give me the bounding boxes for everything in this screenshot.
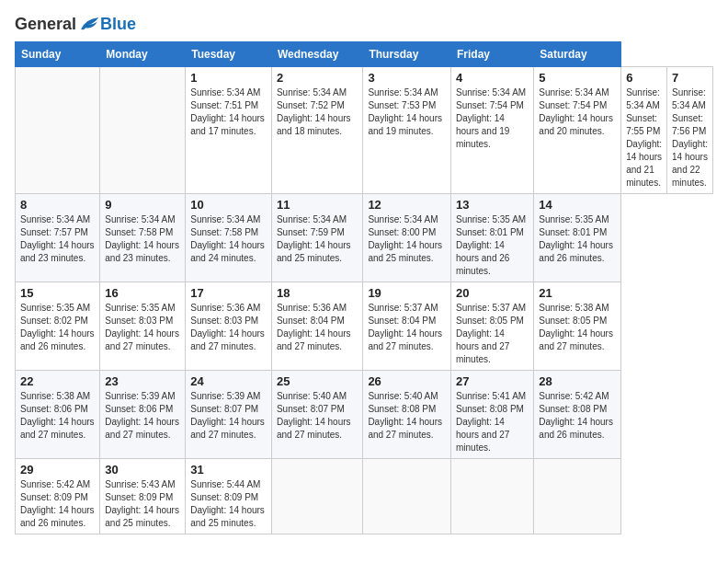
calendar-day-cell [451,459,534,534]
calendar-day-cell: 17 Sunrise: 5:36 AMSunset: 8:03 PMDaylig… [186,282,272,371]
day-number: 29 [20,463,95,477]
calendar-day-cell: 18 Sunrise: 5:36 AMSunset: 8:04 PMDaylig… [271,282,362,371]
day-info: Sunrise: 5:42 AMSunset: 8:08 PMDaylight:… [539,391,613,440]
day-number: 19 [368,286,446,300]
day-info: Sunrise: 5:43 AMSunset: 8:09 PMDaylight:… [105,479,179,528]
day-info: Sunrise: 5:34 AMSunset: 7:51 PMDaylight:… [190,87,265,136]
day-info: Sunrise: 5:35 AMSunset: 8:01 PMDaylight:… [539,214,613,263]
weekday-header-cell: Sunday [16,42,100,67]
day-number: 13 [456,198,529,212]
day-number: 8 [20,198,95,212]
day-info: Sunrise: 5:34 AMSunset: 7:59 PMDaylight:… [277,214,351,263]
calendar-day-cell: 6 Sunrise: 5:34 AMSunset: 7:55 PMDayligh… [621,67,667,194]
calendar-day-cell: 25 Sunrise: 5:40 AMSunset: 8:07 PMDaylig… [271,371,362,459]
calendar-day-cell: 11 Sunrise: 5:34 AMSunset: 7:59 PMDaylig… [271,194,362,282]
day-info: Sunrise: 5:35 AMSunset: 8:02 PMDaylight:… [20,303,95,351]
day-info: Sunrise: 5:44 AMSunset: 8:09 PMDaylight:… [190,479,265,528]
day-info: Sunrise: 5:34 AMSunset: 7:56 PMDaylight:… [672,87,708,188]
empty-cell [16,67,100,194]
weekday-header-cell: Tuesday [186,42,272,67]
day-number: 9 [105,198,180,212]
calendar-day-cell [271,459,362,534]
day-number: 23 [105,374,180,388]
calendar-day-cell: 10 Sunrise: 5:34 AMSunset: 7:58 PMDaylig… [186,194,272,282]
calendar-day-cell: 2 Sunrise: 5:34 AMSunset: 7:52 PMDayligh… [271,67,362,194]
day-info: Sunrise: 5:42 AMSunset: 8:09 PMDaylight:… [20,479,95,528]
logo-general-text: General [15,15,76,34]
day-number: 3 [368,71,446,85]
day-number: 2 [277,71,358,85]
calendar-day-cell [534,459,621,534]
calendar-day-cell: 8 Sunrise: 5:34 AMSunset: 7:57 PMDayligh… [16,194,100,282]
day-info: Sunrise: 5:36 AMSunset: 8:04 PMDaylight:… [277,303,351,351]
calendar-day-cell: 13 Sunrise: 5:35 AMSunset: 8:01 PMDaylig… [451,194,534,282]
calendar-day-cell: 19 Sunrise: 5:37 AMSunset: 8:04 PMDaylig… [363,282,451,371]
day-info: Sunrise: 5:36 AMSunset: 8:03 PMDaylight:… [190,303,265,351]
day-info: Sunrise: 5:37 AMSunset: 8:04 PMDaylight:… [368,303,442,351]
day-number: 18 [277,286,358,300]
day-info: Sunrise: 5:35 AMSunset: 8:01 PMDaylight:… [456,214,526,276]
calendar-day-cell: 20 Sunrise: 5:37 AMSunset: 8:05 PMDaylig… [451,282,534,371]
day-info: Sunrise: 5:34 AMSunset: 7:55 PMDaylight:… [626,87,662,188]
calendar-day-cell: 16 Sunrise: 5:35 AMSunset: 8:03 PMDaylig… [100,282,186,371]
calendar-week-row: 15 Sunrise: 5:35 AMSunset: 8:02 PMDaylig… [16,282,713,371]
day-number: 12 [368,198,446,212]
day-number: 16 [105,286,180,300]
calendar-week-row: 29 Sunrise: 5:42 AMSunset: 8:09 PMDaylig… [16,459,713,534]
weekday-header-cell: Saturday [534,42,621,67]
calendar-day-cell: 15 Sunrise: 5:35 AMSunset: 8:02 PMDaylig… [16,282,100,371]
calendar-day-cell [363,459,451,534]
calendar-day-cell: 27 Sunrise: 5:41 AMSunset: 8:08 PMDaylig… [451,371,534,459]
calendar-day-cell: 4 Sunrise: 5:34 AMSunset: 7:54 PMDayligh… [451,67,534,194]
calendar-body: 1 Sunrise: 5:34 AMSunset: 7:51 PMDayligh… [16,67,713,534]
logo-blue-text: Blue [100,15,136,34]
calendar-week-row: 8 Sunrise: 5:34 AMSunset: 7:57 PMDayligh… [16,194,713,282]
day-number: 27 [456,374,529,388]
day-number: 1 [190,71,267,85]
day-info: Sunrise: 5:40 AMSunset: 8:07 PMDaylight:… [277,391,351,440]
calendar-day-cell: 1 Sunrise: 5:34 AMSunset: 7:51 PMDayligh… [186,67,272,194]
day-info: Sunrise: 5:34 AMSunset: 7:58 PMDaylight:… [190,214,265,263]
day-number: 24 [190,374,267,388]
day-number: 31 [190,463,267,477]
day-number: 14 [539,198,616,212]
weekday-header-row: SundayMondayTuesdayWednesdayThursdayFrid… [16,42,713,67]
calendar-week-row: 1 Sunrise: 5:34 AMSunset: 7:51 PMDayligh… [16,67,713,194]
logo: General Blue [15,15,136,34]
calendar-day-cell: 12 Sunrise: 5:34 AMSunset: 8:00 PMDaylig… [363,194,451,282]
logo-bird-icon [78,16,100,34]
day-number: 7 [672,71,708,85]
weekday-header-cell: Thursday [363,42,451,67]
calendar-week-row: 22 Sunrise: 5:38 AMSunset: 8:06 PMDaylig… [16,371,713,459]
calendar-day-cell: 21 Sunrise: 5:38 AMSunset: 8:05 PMDaylig… [534,282,621,371]
day-info: Sunrise: 5:34 AMSunset: 7:52 PMDaylight:… [277,87,351,136]
calendar-day-cell: 23 Sunrise: 5:39 AMSunset: 8:06 PMDaylig… [100,371,186,459]
calendar-day-cell: 26 Sunrise: 5:40 AMSunset: 8:08 PMDaylig… [363,371,451,459]
day-info: Sunrise: 5:34 AMSunset: 7:53 PMDaylight:… [368,87,442,136]
day-info: Sunrise: 5:34 AMSunset: 8:00 PMDaylight:… [368,214,442,263]
calendar-day-cell: 31 Sunrise: 5:44 AMSunset: 8:09 PMDaylig… [186,459,272,534]
calendar-day-cell: 3 Sunrise: 5:34 AMSunset: 7:53 PMDayligh… [363,67,451,194]
day-number: 6 [626,71,662,85]
day-number: 21 [539,286,616,300]
day-info: Sunrise: 5:34 AMSunset: 7:54 PMDaylight:… [539,87,613,136]
empty-cell [100,67,186,194]
calendar-table: SundayMondayTuesdayWednesdayThursdayFrid… [15,41,713,534]
calendar-day-cell: 14 Sunrise: 5:35 AMSunset: 8:01 PMDaylig… [534,194,621,282]
calendar-day-cell: 9 Sunrise: 5:34 AMSunset: 7:58 PMDayligh… [100,194,186,282]
calendar-day-cell: 22 Sunrise: 5:38 AMSunset: 8:06 PMDaylig… [16,371,100,459]
day-info: Sunrise: 5:34 AMSunset: 7:57 PMDaylight:… [20,214,95,263]
calendar-day-cell: 5 Sunrise: 5:34 AMSunset: 7:54 PMDayligh… [534,67,621,194]
day-info: Sunrise: 5:38 AMSunset: 8:06 PMDaylight:… [20,391,95,440]
day-number: 26 [368,374,446,388]
day-number: 22 [20,374,95,388]
calendar-day-cell: 7 Sunrise: 5:34 AMSunset: 7:56 PMDayligh… [667,67,713,194]
day-number: 4 [456,71,529,85]
day-number: 30 [105,463,180,477]
day-info: Sunrise: 5:39 AMSunset: 8:07 PMDaylight:… [190,391,265,440]
day-number: 17 [190,286,267,300]
day-number: 20 [456,286,529,300]
calendar-day-cell: 24 Sunrise: 5:39 AMSunset: 8:07 PMDaylig… [186,371,272,459]
day-info: Sunrise: 5:39 AMSunset: 8:06 PMDaylight:… [105,391,179,440]
day-number: 25 [277,374,358,388]
